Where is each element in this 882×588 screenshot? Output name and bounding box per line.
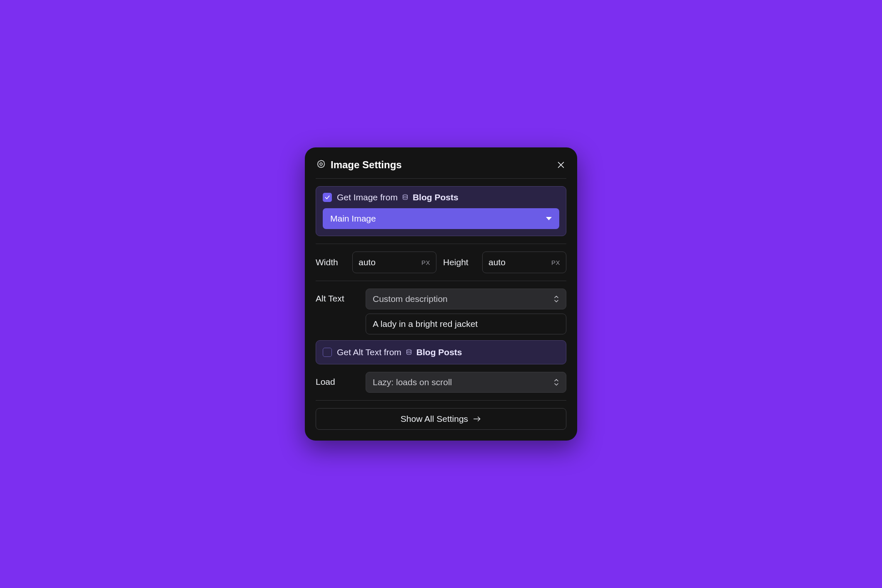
alt-text-bind-checkbox[interactable] <box>323 348 332 357</box>
dimensions-row: Width PX Height PX <box>316 252 566 273</box>
check-icon <box>324 194 330 200</box>
alt-text-input-wrap <box>366 314 566 334</box>
width-label: Width <box>316 257 346 267</box>
svg-point-4 <box>407 349 411 351</box>
height-input[interactable] <box>488 257 548 267</box>
image-source-box: Get Image from Blog Posts Main Image <box>316 186 566 236</box>
image-source-collection: Blog Posts <box>413 192 458 202</box>
alt-text-bind-collection: Blog Posts <box>416 347 462 357</box>
image-source-row: Get Image from Blog Posts <box>323 192 559 202</box>
divider <box>316 178 566 179</box>
panel-title: Image Settings <box>331 159 551 171</box>
height-unit: PX <box>551 259 560 266</box>
arrow-right-icon <box>473 416 481 422</box>
show-all-settings-button[interactable]: Show All Settings <box>316 408 566 430</box>
chevrons-up-down-icon <box>553 295 559 303</box>
height-label: Height <box>443 257 476 267</box>
image-settings-panel: Image Settings Get Image from <box>305 147 577 441</box>
alt-text-bind-label: Get Alt Text from Blog Posts <box>337 347 462 357</box>
image-source-checkbox[interactable] <box>323 193 332 202</box>
height-input-wrap: PX <box>482 252 566 273</box>
svg-point-3 <box>403 194 408 196</box>
divider <box>316 400 566 401</box>
svg-point-0 <box>320 163 322 165</box>
divider <box>316 281 566 281</box>
close-button[interactable] <box>556 160 566 169</box>
caret-down-icon <box>546 217 552 220</box>
panel-header: Image Settings <box>316 157 566 178</box>
alt-text-label: Alt Text <box>316 289 359 304</box>
load-select[interactable]: Lazy: loads on scroll <box>366 372 566 393</box>
alt-text-bind-prefix: Get Alt Text from <box>337 347 401 357</box>
show-all-label: Show All Settings <box>401 414 468 424</box>
image-source-prefix: Get Image from <box>337 192 398 202</box>
width-unit: PX <box>421 259 430 266</box>
width-input[interactable] <box>359 257 418 267</box>
chevrons-up-down-icon <box>553 379 559 386</box>
database-icon <box>406 349 412 356</box>
alt-text-row: Alt Text Custom description <box>316 289 566 334</box>
divider <box>316 244 566 244</box>
load-label: Load <box>316 372 359 387</box>
alt-text-mode-select[interactable]: Custom description <box>366 289 566 309</box>
load-value: Lazy: loads on scroll <box>373 377 452 387</box>
alt-text-input[interactable] <box>373 319 559 329</box>
gear-icon <box>316 159 326 170</box>
image-field-value: Main Image <box>330 214 376 224</box>
alt-text-binding-box: Get Alt Text from Blog Posts <box>316 340 566 364</box>
database-icon <box>402 194 409 201</box>
width-input-wrap: PX <box>352 252 436 273</box>
image-field-select[interactable]: Main Image <box>323 208 559 229</box>
load-row: Load Lazy: loads on scroll <box>316 372 566 393</box>
alt-text-mode-value: Custom description <box>373 294 448 304</box>
image-source-label: Get Image from Blog Posts <box>337 192 458 202</box>
